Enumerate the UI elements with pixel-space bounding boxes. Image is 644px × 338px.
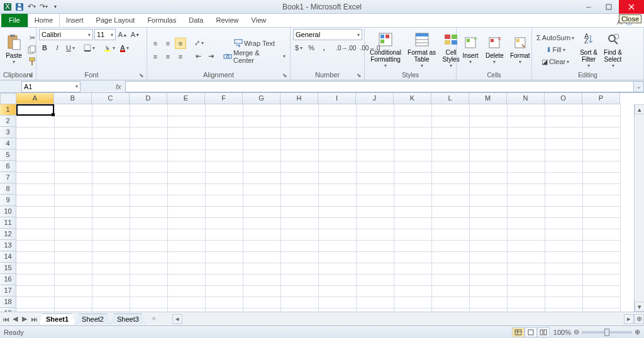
cell[interactable] — [54, 150, 92, 161]
row-header[interactable]: 16 — [0, 274, 16, 285]
cell[interactable] — [54, 274, 92, 285]
cell[interactable] — [318, 297, 356, 308]
cell[interactable] — [394, 138, 431, 150]
tab-page-layout[interactable]: Page Layout — [90, 13, 142, 27]
cell[interactable] — [431, 161, 469, 172]
cell[interactable] — [16, 297, 54, 308]
undo-icon[interactable]: ↶▾ — [26, 2, 36, 12]
cell[interactable] — [431, 104, 469, 116]
cell[interactable] — [167, 274, 205, 285]
cell[interactable] — [205, 297, 243, 308]
underline-button[interactable]: U▾ — [64, 42, 77, 53]
cell[interactable] — [167, 195, 205, 206]
maximize-button[interactable] — [599, 0, 619, 14]
cell[interactable] — [545, 297, 582, 308]
row-header[interactable]: 13 — [0, 240, 16, 251]
cell[interactable] — [92, 240, 130, 251]
cell[interactable] — [280, 217, 318, 229]
row-header[interactable]: 17 — [0, 285, 16, 297]
normal-view-button[interactable] — [512, 327, 525, 337]
cell[interactable] — [54, 116, 92, 127]
cell[interactable] — [92, 183, 130, 195]
cell[interactable] — [431, 297, 469, 308]
cell[interactable] — [356, 274, 394, 285]
cell[interactable] — [507, 240, 545, 251]
column-header[interactable]: A — [16, 93, 54, 104]
cell[interactable] — [394, 150, 431, 161]
cell[interactable] — [167, 251, 205, 263]
cell[interactable] — [431, 206, 469, 217]
cell[interactable] — [545, 116, 582, 127]
cell[interactable] — [318, 150, 356, 161]
cell[interactable] — [16, 285, 54, 297]
cell[interactable] — [130, 172, 167, 183]
paste-button[interactable]: Paste ▾ — [3, 33, 25, 67]
cell[interactable] — [54, 195, 92, 206]
accounting-format-button[interactable]: $▾ — [293, 42, 304, 53]
cell[interactable] — [243, 161, 280, 172]
cell[interactable] — [205, 183, 243, 195]
cell[interactable] — [167, 138, 205, 150]
cell[interactable] — [507, 138, 545, 150]
cell[interactable] — [469, 161, 507, 172]
cell[interactable] — [356, 308, 394, 312]
cell[interactable] — [205, 116, 243, 127]
cell[interactable] — [167, 308, 205, 312]
cell[interactable] — [280, 206, 318, 217]
cell[interactable] — [545, 161, 582, 172]
cell[interactable] — [205, 217, 243, 229]
cell[interactable] — [280, 161, 318, 172]
cell[interactable] — [394, 240, 431, 251]
cell[interactable] — [54, 251, 92, 263]
cell[interactable] — [469, 195, 507, 206]
cell[interactable] — [545, 274, 582, 285]
cell[interactable] — [431, 127, 469, 138]
cell[interactable] — [280, 285, 318, 297]
cell[interactable] — [356, 127, 394, 138]
cell[interactable] — [469, 116, 507, 127]
cell[interactable] — [318, 308, 356, 312]
cell[interactable] — [243, 297, 280, 308]
cell[interactable] — [243, 172, 280, 183]
row-header[interactable]: 18 — [0, 297, 16, 308]
row-header[interactable]: 10 — [0, 206, 16, 217]
cell[interactable] — [507, 251, 545, 263]
cell[interactable] — [318, 229, 356, 240]
cell[interactable] — [507, 285, 545, 297]
cell[interactable] — [130, 274, 167, 285]
zoom-in-button[interactable]: ⊕ — [635, 328, 640, 336]
cell[interactable] — [205, 206, 243, 217]
cell[interactable] — [318, 285, 356, 297]
cell[interactable] — [243, 127, 280, 138]
cell[interactable] — [469, 229, 507, 240]
cell[interactable] — [469, 172, 507, 183]
cell[interactable] — [54, 161, 92, 172]
cell[interactable] — [469, 138, 507, 150]
cell[interactable] — [545, 251, 582, 263]
cell[interactable] — [431, 150, 469, 161]
cell[interactable] — [243, 195, 280, 206]
column-header[interactable]: J — [356, 93, 394, 104]
cell[interactable] — [394, 172, 431, 183]
cell[interactable] — [205, 172, 243, 183]
increase-indent-icon[interactable]: ⇥ — [205, 51, 216, 62]
cell[interactable] — [545, 229, 582, 240]
cell[interactable] — [205, 240, 243, 251]
cell[interactable] — [92, 206, 130, 217]
cell[interactable] — [431, 229, 469, 240]
select-all-button[interactable] — [0, 93, 16, 104]
tab-review[interactable]: Review — [209, 13, 245, 27]
increase-font-icon[interactable]: A▲ — [117, 29, 128, 40]
column-header[interactable]: G — [243, 93, 280, 104]
cell[interactable] — [507, 195, 545, 206]
cell[interactable] — [507, 127, 545, 138]
cell[interactable] — [469, 206, 507, 217]
tab-view[interactable]: View — [245, 13, 273, 27]
cell[interactable] — [431, 263, 469, 274]
cell[interactable] — [92, 263, 130, 274]
cell[interactable] — [545, 127, 582, 138]
cell[interactable] — [16, 195, 54, 206]
cell[interactable] — [167, 161, 205, 172]
cell[interactable] — [167, 217, 205, 229]
cell[interactable] — [431, 274, 469, 285]
